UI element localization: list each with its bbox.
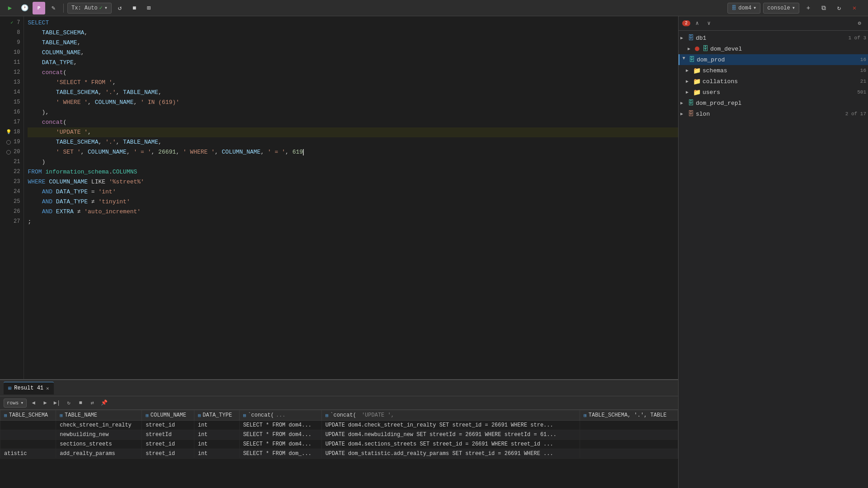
code-line-13: 'SELECT * FROM ', bbox=[28, 78, 678, 88]
db-label-db1: db1 bbox=[696, 35, 846, 42]
col-header-concat2[interactable]: ⊞`concat('UPDATE ', bbox=[321, 410, 580, 421]
add-button[interactable]: + bbox=[802, 2, 815, 14]
history-button[interactable]: 🕐 bbox=[18, 2, 31, 14]
db-tree: ▶ 🗄 db1 1 of 3 ▶ 🗄 dom_devel ▶ 🗄 dom_pro… bbox=[679, 31, 868, 488]
table-button[interactable]: ⊞ bbox=[142, 2, 155, 14]
cell-concat1-2: SELECT * FROM dom4... bbox=[239, 430, 321, 440]
cell-datatype-4: int bbox=[194, 449, 239, 459]
line-num-19: 19 bbox=[5, 137, 20, 147]
cell-schema-3 bbox=[0, 440, 56, 449]
result-table-wrapper[interactable]: ⊞TABLE_SCHEMA ⊞TABLE_NAME ⊞COLUMN_NAME ⊞… bbox=[0, 410, 678, 488]
db-tree-item-dom-devel[interactable]: ▶ 🗄 dom_devel bbox=[679, 43, 868, 54]
line-numbers: ✓ 7 8 9 10 11 12 13 14 15 16 17 💡 18 bbox=[0, 16, 24, 379]
db-tree-item-slon[interactable]: ▶ 🗄 slon 2 of 17 bbox=[679, 108, 868, 119]
db-label-slon: slon bbox=[696, 111, 844, 117]
col-header-datatype[interactable]: ⊞DATA_TYPE bbox=[194, 410, 239, 421]
undo-button[interactable]: ↺ bbox=[113, 2, 126, 14]
rows-label: rows bbox=[7, 400, 19, 406]
code-line-22: FROM information_schema.COLUMNS bbox=[28, 167, 678, 177]
error-badge: 2 bbox=[682, 20, 690, 26]
p-button[interactable]: P bbox=[33, 2, 45, 14]
result-stop-button[interactable]: ■ bbox=[75, 398, 85, 408]
stop-button[interactable]: ■ bbox=[128, 2, 141, 14]
console-dropdown[interactable]: console ▾ bbox=[763, 3, 799, 14]
db-tree-item-collations[interactable]: ▶ 📁 collations 21 bbox=[679, 76, 868, 87]
copy-button[interactable]: ⧉ bbox=[817, 2, 830, 14]
cell-schema-1 bbox=[0, 421, 56, 430]
chevron-icon-users: ▶ bbox=[686, 89, 691, 95]
result-tab-41[interactable]: ⊞ Result 41 ✕ bbox=[4, 382, 54, 394]
db-tree-item-db1[interactable]: ▶ 🗄 db1 1 of 3 bbox=[679, 33, 868, 43]
line-num-13: 13 bbox=[5, 78, 20, 88]
code-line-25: AND DATA_TYPE ≠ 'tinyint' bbox=[28, 197, 678, 207]
result-prev-button[interactable]: ◀ bbox=[28, 398, 38, 408]
close-result-tab-button[interactable]: ✕ bbox=[46, 385, 49, 391]
code-line-10: COLUMN_NAME, bbox=[28, 48, 678, 58]
col-header-tableschema2[interactable]: ⊞TABLE_SCHEMA, '.', TABLE bbox=[580, 410, 678, 421]
code-editor[interactable]: SELECT TABLE_SCHEMA, TABLE_NAME, COLUMN_… bbox=[24, 16, 678, 379]
cell-tablename-4: add_realty_params bbox=[56, 449, 142, 459]
result-next-button[interactable]: ▶ bbox=[40, 398, 50, 408]
db-label-schemas: schemas bbox=[703, 67, 857, 74]
line-num-21: 21 bbox=[5, 157, 20, 167]
chevron-icon-dom-devel: ▶ bbox=[688, 46, 693, 52]
db-settings-button[interactable]: ⚙ bbox=[854, 19, 864, 28]
editor-area[interactable]: ✓ 7 8 9 10 11 12 13 14 15 16 17 💡 18 bbox=[0, 16, 678, 380]
col-header-colname[interactable]: ⊞COLUMN_NAME bbox=[142, 410, 194, 421]
db-tree-item-users[interactable]: ▶ 📁 users 501 bbox=[679, 87, 868, 98]
chevron-icon-schemas: ▶ bbox=[686, 68, 691, 73]
col-header-concat1[interactable]: ⊞`concat( ... bbox=[239, 410, 321, 421]
code-line-11: DATA_TYPE, bbox=[28, 58, 678, 68]
col-header-schema[interactable]: ⊞TABLE_SCHEMA bbox=[0, 410, 56, 421]
code-line-24: AND DATA_TYPE = 'int' bbox=[28, 187, 678, 197]
check-icon-7: ✓ bbox=[9, 20, 15, 26]
refresh-button[interactable]: ↻ bbox=[833, 2, 845, 14]
main-area: ✓ 7 8 9 10 11 12 13 14 15 16 17 💡 18 bbox=[0, 16, 868, 488]
result-transpose-button[interactable]: ⇄ bbox=[87, 398, 97, 408]
db-icon-dom-devel: 🗄 bbox=[702, 45, 708, 52]
text-cursor bbox=[303, 149, 304, 155]
code-line-18: 'UPDATE ', bbox=[28, 127, 678, 137]
cell-concat1-1: SELECT * FROM dom4... bbox=[239, 421, 321, 430]
cell-datatype-3: int bbox=[194, 440, 239, 449]
db-tree-item-schemas[interactable]: ▶ 📁 schemas 16 bbox=[679, 65, 868, 76]
result-last-button[interactable]: ▶| bbox=[52, 398, 62, 408]
col-icon-tablename: ⊞ bbox=[60, 413, 63, 418]
result-refresh-button[interactable]: ↻ bbox=[64, 398, 74, 408]
line-num-17: 17 bbox=[5, 117, 20, 127]
editor-panel: ✓ 7 8 9 10 11 12 13 14 15 16 17 💡 18 bbox=[0, 16, 678, 488]
rows-dropdown[interactable]: rows ▾ bbox=[4, 399, 27, 408]
db-count-schemas: 16 bbox=[860, 68, 866, 73]
dom4-label: dom4 bbox=[738, 5, 751, 11]
line-num-16: 16 bbox=[5, 108, 20, 117]
cell-concat2-2: UPDATE dom4.newbuilding_new SET streetId… bbox=[321, 430, 580, 440]
tx-dropdown[interactable]: Tx: Auto ✓ ▾ bbox=[67, 3, 112, 14]
code-line-9: TABLE_NAME, bbox=[28, 38, 678, 48]
cell-concat1-3: SELECT * FROM dom4... bbox=[239, 440, 321, 449]
db-tree-item-dom-prod[interactable]: ▶ 🗄 dom_prod 16 bbox=[679, 54, 868, 65]
line-num-22: 22 bbox=[5, 167, 20, 177]
pin-button[interactable]: ✎ bbox=[47, 2, 60, 14]
close-button[interactable]: ✕ bbox=[848, 2, 861, 14]
col-header-tablename[interactable]: ⊞TABLE_NAME bbox=[56, 410, 142, 421]
table-row: atistic add_realty_params street_id int … bbox=[0, 449, 678, 459]
run-button[interactable]: ▶ bbox=[4, 2, 16, 14]
cell-tablename-1: check_street_in_realty bbox=[56, 421, 142, 430]
expand-down-button[interactable]: ∨ bbox=[704, 19, 714, 28]
cell-schema-4: atistic bbox=[0, 449, 56, 459]
cell-concat2-1: UPDATE dom4.check_street_in_realty SET s… bbox=[321, 421, 580, 430]
cell-concat2-3: UPDATE dom4.sections_streets SET street_… bbox=[321, 440, 580, 449]
db-page-db1: 1 of 3 bbox=[848, 35, 866, 41]
chevron-icon-dom-prod-repl: ▶ bbox=[680, 100, 686, 106]
result-pin-button[interactable]: 📌 bbox=[99, 398, 109, 408]
db-count-users: 501 bbox=[857, 89, 866, 95]
db-label-dom-devel: dom_devel bbox=[710, 46, 866, 52]
lightbulb-icon-18: 💡 bbox=[5, 129, 12, 136]
expand-up-button[interactable]: ∧ bbox=[692, 19, 702, 28]
folder-icon-collations: 📁 bbox=[693, 78, 701, 85]
dom4-dropdown[interactable]: 🗄 dom4 ▾ bbox=[727, 3, 760, 14]
line-num-18: 💡 18 bbox=[5, 127, 20, 137]
db-tree-item-dom-prod-repl[interactable]: ▶ 🗄 dom_prod_repl bbox=[679, 98, 868, 108]
code-line-19: TABLE_SCHEMA, '.', TABLE_NAME, bbox=[28, 137, 678, 147]
chevron-down-icon: ▾ bbox=[104, 5, 108, 11]
